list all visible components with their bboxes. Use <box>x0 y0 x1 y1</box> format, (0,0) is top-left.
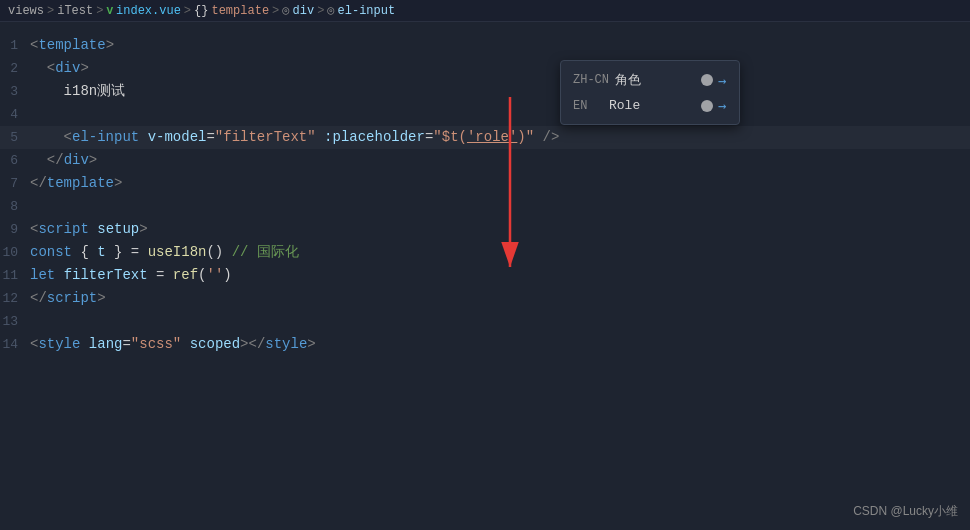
code-line-7: 7 </template> <box>0 172 970 195</box>
line-content-9: <script setup> <box>30 218 962 240</box>
code-line-4: 4 <box>0 103 970 126</box>
line-content-6: </div> <box>30 149 962 171</box>
breadcrumb-sep2: > <box>96 4 103 18</box>
tooltip-text-en: Role <box>609 98 695 113</box>
line-num-5: 5 <box>0 127 30 149</box>
line-content-5: <el-input v-model="filterText" :placehol… <box>30 126 962 148</box>
line-num-13: 13 <box>0 311 30 333</box>
line-content-11: let filterText = ref('') <box>30 264 962 286</box>
line-num-12: 12 <box>0 288 30 310</box>
tooltip-lang-en: EN <box>573 99 603 113</box>
line-num-8: 8 <box>0 196 30 218</box>
tooltip-row-zhcn[interactable]: ZH-CN 角色 ↗ <box>561 67 739 93</box>
line-content-1: <template> <box>30 34 962 56</box>
code-line-2: 2 <div> <box>0 57 970 80</box>
tooltip-lang-zh: ZH-CN <box>573 73 609 87</box>
line-content-7: </template> <box>30 172 962 194</box>
code-line-13: 13 <box>0 310 970 333</box>
code-editor: 1 <template> 2 <div> 3 i18n测试 4 5 <el-in… <box>0 22 970 368</box>
line-num-6: 6 <box>0 150 30 172</box>
breadcrumb-itest[interactable]: iTest <box>57 4 93 18</box>
tooltip-popup: ZH-CN 角色 ↗ EN Role ↗ <box>560 60 740 125</box>
breadcrumb: views > iTest > V index.vue > {} templat… <box>0 0 970 22</box>
breadcrumb-el-input[interactable]: el-input <box>338 4 396 18</box>
tooltip-bubble-en <box>701 100 713 112</box>
breadcrumb-sep4: > <box>272 4 279 18</box>
breadcrumb-sep5: > <box>317 4 324 18</box>
tooltip-arrow-zh[interactable]: ↗ <box>714 71 732 89</box>
breadcrumb-curly: {} <box>194 4 208 18</box>
tooltip-arrow-en[interactable]: ↗ <box>714 97 732 115</box>
breadcrumb-views[interactable]: views <box>8 4 44 18</box>
line-num-10: 10 <box>0 242 30 264</box>
line-num-9: 9 <box>0 219 30 241</box>
line-content-4 <box>30 103 962 125</box>
code-line-5: 5 <el-input v-model="filterText" :placeh… <box>0 126 970 149</box>
code-line-11: 11 let filterText = ref('') <box>0 264 970 287</box>
breadcrumb-sep1: > <box>47 4 54 18</box>
line-num-2: 2 <box>0 58 30 80</box>
breadcrumb-div[interactable]: div <box>293 4 315 18</box>
watermark: CSDN @Lucky小维 <box>853 503 958 520</box>
line-num-14: 14 <box>0 334 30 356</box>
code-line-10: 10 const { t } = useI18n() // 国际化 <box>0 241 970 264</box>
div-icon: ◎ <box>282 3 289 18</box>
line-content-12: </script> <box>30 287 962 309</box>
line-content-3: i18n测试 <box>30 80 962 102</box>
code-line-1: 1 <template> <box>0 34 970 57</box>
code-line-9: 9 <script setup> <box>0 218 970 241</box>
line-num-3: 3 <box>0 81 30 103</box>
line-num-4: 4 <box>0 104 30 126</box>
line-content-10: const { t } = useI18n() // 国际化 <box>30 241 962 263</box>
breadcrumb-indexvue[interactable]: index.vue <box>116 4 181 18</box>
breadcrumb-template[interactable]: template <box>211 4 269 18</box>
code-line-6: 6 </div> <box>0 149 970 172</box>
breadcrumb-sep3: > <box>184 4 191 18</box>
code-line-8: 8 <box>0 195 970 218</box>
tooltip-row-en[interactable]: EN Role ↗ <box>561 93 739 118</box>
line-content-14: <style lang="scss" scoped></style> <box>30 333 962 355</box>
tooltip-bubble-zh <box>701 74 713 86</box>
line-num-1: 1 <box>0 35 30 57</box>
vue-icon: V <box>106 5 113 17</box>
line-num-7: 7 <box>0 173 30 195</box>
line-content-2: <div> <box>30 57 962 79</box>
input-icon: ◎ <box>327 3 334 18</box>
code-line-3: 3 i18n测试 <box>0 80 970 103</box>
line-content-13 <box>30 310 962 332</box>
line-num-11: 11 <box>0 265 30 287</box>
line-content-8 <box>30 195 962 217</box>
code-line-12: 12 </script> <box>0 287 970 310</box>
tooltip-text-zh: 角色 <box>615 71 695 89</box>
code-line-14: 14 <style lang="scss" scoped></style> <box>0 333 970 356</box>
